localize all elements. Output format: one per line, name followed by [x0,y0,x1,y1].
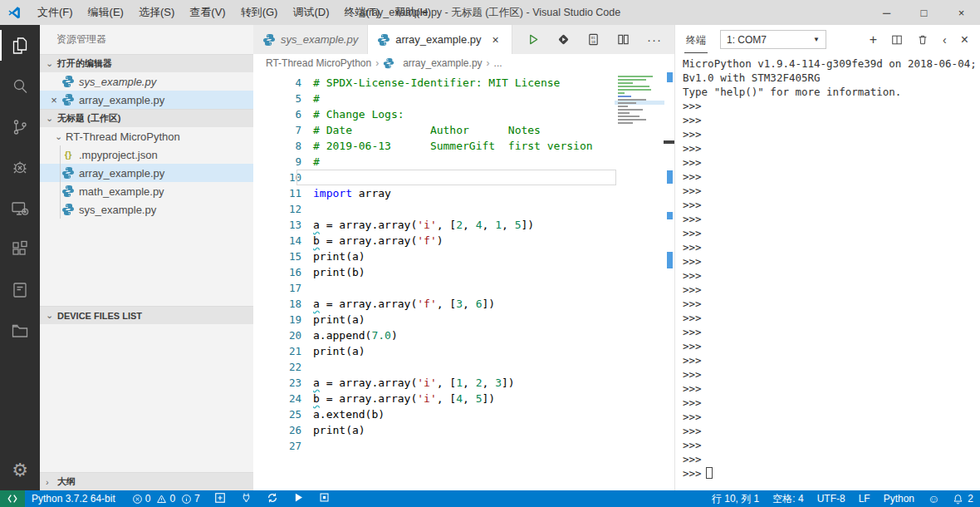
settings-gear-icon[interactable]: ⚙ [0,450,40,490]
more-actions-icon[interactable]: ··· [647,32,662,47]
kill-terminal-trash-icon[interactable] [917,34,929,46]
code-line[interactable]: 19print(a) [253,312,674,327]
sidebar-explorer: 资源管理器 ⌄ 打开的编辑器 sys_example.py×array_exam… [40,25,253,490]
eol-sequence[interactable]: LF [852,490,877,507]
close-icon[interactable]: × [47,94,61,106]
terminal-tab[interactable]: 终端 [684,27,708,53]
menu-item[interactable]: 转到(G) [233,0,286,25]
python-interpreter[interactable]: Python 3.7.2 64-bit [25,490,122,507]
split-terminal-icon[interactable] [891,34,903,46]
code-line[interactable]: 8# 2019-06-13 SummerGift first version [253,138,674,154]
feedback-smiley-icon[interactable]: ☺ [921,490,946,507]
menu-item[interactable]: 查看(V) [182,0,233,25]
close-button[interactable]: × [943,0,980,25]
open-editor-item[interactable]: sys_example.py [40,72,253,91]
code-line[interactable]: 4# SPDX-License-Identifier: MIT License [253,75,674,91]
code-line[interactable]: 17 [253,280,674,296]
source-control-icon[interactable] [0,106,40,147]
workspace-folder-row[interactable]: ⌄ RT-Thread MicroPython [40,127,253,145]
menu-item[interactable]: 编辑(E) [81,0,131,25]
device-folder-icon[interactable] [0,310,40,351]
indentation[interactable]: 空格: 4 [766,490,810,507]
breadcrumb[interactable]: RT-Thread MicroPython › array_example.py… [253,54,674,72]
plug-connect-icon[interactable] [233,492,259,505]
line-number: 13 [253,217,301,233]
explorer-icon[interactable] [0,25,40,66]
remote-indicator[interactable] [0,490,25,507]
editor-tab[interactable]: array_example.py× [368,25,512,54]
code-line[interactable]: 20a.append(7.0) [253,327,674,343]
code-line[interactable]: 6# Change Logs: [253,106,674,122]
code-line[interactable]: 15print(a) [253,249,674,264]
extensions-icon[interactable] [0,229,40,269]
breadcrumb-tail[interactable]: ... [494,57,502,69]
code-line[interactable]: 16print(b) [253,264,674,280]
close-icon[interactable]: × [489,33,502,47]
workspace-header[interactable]: ⌄ 无标题 (工作区) [40,109,253,127]
problems-status[interactable]: 0 0 7 [122,490,207,507]
run-python-file-icon[interactable] [527,33,540,46]
code-editor[interactable]: 4# SPDX-License-Identifier: MIT License5… [253,72,674,490]
menu-item[interactable]: 选择(S) [131,0,182,25]
terminal-output[interactable]: MicroPython v1.9.4-114-g309fe39d on 2018… [675,54,980,490]
code-line[interactable]: 5# [253,91,674,106]
code-line[interactable]: 21print(a) [253,343,674,359]
open-editor-item[interactable]: ×array_example.py [40,91,253,109]
file-tree-item[interactable]: {}.mpyproject.json [40,145,253,164]
code-line[interactable]: 14b = array.array('f') [253,233,674,249]
split-editor-icon[interactable] [617,33,630,46]
minimap[interactable] [616,74,663,144]
new-terminal-icon[interactable]: + [870,34,877,46]
notebook-icon[interactable] [0,269,40,310]
menu-item[interactable]: 文件(F) [30,0,81,25]
code-line[interactable]: 11import array [253,185,674,201]
open-editors-header[interactable]: ⌄ 打开的编辑器 [40,54,253,72]
search-icon[interactable] [0,66,40,106]
terminal-prompt-line: >>> [683,424,980,438]
cursor-position[interactable]: 行 10, 列 1 [705,490,766,507]
code-text: a = array.array('i', [2, 4, 1, 5]) [301,217,534,233]
outline-header[interactable]: › 大纲 [40,472,253,490]
run-icon[interactable] [286,492,311,505]
breadcrumb-folder[interactable]: RT-Thread MicroPython [266,57,371,69]
code-line[interactable]: 23a = array.array('i', [1, 2, 3]) [253,375,674,391]
stop-icon[interactable] [311,492,337,505]
code-line[interactable]: 9# [253,154,674,170]
overview-ruler[interactable] [664,72,674,490]
file-tree-item[interactable]: array_example.py [40,164,253,182]
code-line[interactable]: 25a.extend(b) [253,406,674,422]
language-mode[interactable]: Python [877,490,921,507]
binary-file-icon[interactable]: 0110 [587,33,600,46]
maximize-button[interactable]: □ [905,0,943,25]
file-tree-item[interactable]: math_example.py [40,182,253,200]
menu-item[interactable]: 调试(D) [285,0,336,25]
encoding[interactable]: UTF-8 [811,490,852,507]
code-line[interactable]: 18a = array.array('f', [3, 6]) [253,296,674,312]
minimize-button[interactable]: ─ [868,0,905,25]
code-line[interactable]: 26print(a) [253,422,674,438]
hide-panel-chevron-icon[interactable]: ‹ [943,34,947,46]
micropython-run-icon[interactable] [557,33,570,46]
chevron-right-icon: › [46,477,57,487]
debug-icon[interactable] [0,147,40,188]
code-line[interactable]: 10 [253,170,674,185]
device-files-header[interactable]: ⌄ DEVICE FILES LIST [40,306,253,324]
file-tree-item[interactable]: sys_example.py [40,200,253,219]
code-text: # SPDX-License-Identifier: MIT License [301,75,560,91]
remote-device-icon[interactable] [0,188,40,229]
breadcrumb-file[interactable]: array_example.py [403,57,482,69]
code-line[interactable]: 22 [253,359,674,375]
code-line[interactable]: 12 [253,201,674,217]
close-panel-icon[interactable]: × [961,34,968,46]
code-line[interactable]: 13a = array.array('i', [2, 4, 1, 5]) [253,217,674,233]
add-device-icon[interactable] [207,492,233,506]
code-line[interactable]: 24b = array.array('i', [4, 5]) [253,391,674,406]
activity-bar: ⚙ [0,25,40,490]
sync-icon[interactable] [259,492,286,506]
terminal-selector-dropdown[interactable]: 1: COM7 ▼ [720,30,826,49]
code-line[interactable]: 7# Date Author Notes [253,122,674,138]
editor-tab[interactable]: sys_example.py [253,25,368,54]
code-line[interactable]: 27 [253,438,674,454]
python-icon [377,33,390,47]
notifications-bell[interactable]: 2 [946,490,980,507]
